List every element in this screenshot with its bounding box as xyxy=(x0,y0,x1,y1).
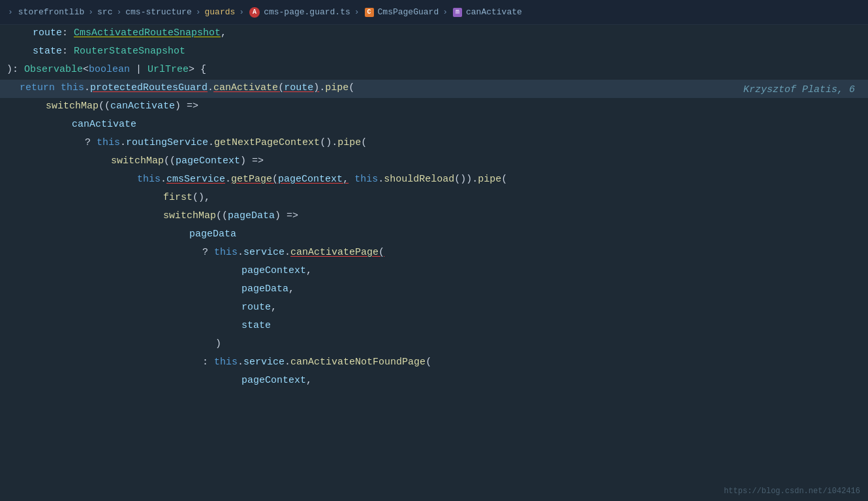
token-page-data-var: pageData xyxy=(189,229,236,240)
code-line-10: first(), xyxy=(0,189,868,208)
token-pipe-2: pipe xyxy=(337,137,361,148)
code-line-19: : this.service.canActivateNotFoundPage( xyxy=(0,354,868,372)
token-ternary-2: ? xyxy=(202,247,214,258)
token-this-4: this xyxy=(354,174,378,185)
token-service-2: service xyxy=(243,357,285,368)
code-line-16: route, xyxy=(0,299,868,317)
code-line-14: pageContext, xyxy=(0,263,868,281)
code-line-2: state: RouterStateSnapshot xyxy=(0,43,868,61)
token-route-1: route xyxy=(33,27,62,39)
token-router-state: RouterStateSnapshot xyxy=(74,46,185,57)
bc-sep-4: › xyxy=(239,7,244,17)
code-line-17: state xyxy=(0,317,868,336)
angular-icon: A xyxy=(249,7,260,18)
token-can-activate-method: canActivate xyxy=(213,82,278,93)
token-close-paren: ) xyxy=(215,338,221,349)
class-icon: C xyxy=(365,8,374,17)
code-line-1: route: CmsActivatedRouteSnapshot, xyxy=(0,25,868,43)
code-line-3: ): Observable<boolean | UrlTree> { xyxy=(0,61,868,80)
token-cms-activated: CmsActivatedRouteSnapshot xyxy=(74,27,221,39)
token-ternary-1: ? xyxy=(85,137,97,148)
bc-sep-3: › xyxy=(196,7,201,17)
token-first: first xyxy=(163,192,193,203)
code-line-8: switchMap((pageContext) => xyxy=(0,153,868,171)
bc-storefrontlib[interactable]: storefrontlib xyxy=(18,7,84,17)
token-pipe-3: pipe xyxy=(478,174,501,185)
code-line-4: return this.protectedRoutesGuard.canActi… xyxy=(0,80,868,98)
token-switchmap-2: switchMap xyxy=(111,155,164,167)
token-route-2: route xyxy=(284,82,313,93)
bc-guards[interactable]: guards xyxy=(205,7,236,17)
code-line-18: ) xyxy=(0,336,868,354)
token-state-arg: state xyxy=(241,320,271,331)
token-routing-service: routingService xyxy=(126,137,208,148)
token-can-activate-param: canActivate xyxy=(110,101,175,112)
bc-sep-6: › xyxy=(442,7,448,17)
token-can-activate-var: canActivate xyxy=(72,119,136,130)
token-service-1: service xyxy=(243,247,285,258)
token-pipe-1: pipe xyxy=(325,82,349,93)
token-this-2: this xyxy=(97,137,120,148)
token-cms-service: cmsService xyxy=(166,174,225,185)
code-line-5: switchMap((canActivate) => xyxy=(0,98,868,116)
breadcrumb-arrow: › xyxy=(8,7,13,17)
bc-src[interactable]: src xyxy=(97,7,112,17)
token-state-1: state xyxy=(33,46,62,57)
token-this-6: this xyxy=(214,357,238,368)
bc-method[interactable]: canActivate xyxy=(466,7,522,17)
token-should-reload: shouldReload xyxy=(384,174,454,185)
code-line-9: this.cmsService.getPage(pageContext, thi… xyxy=(0,171,868,189)
code-line-15: pageData, xyxy=(0,281,868,299)
token-protected-routes-guard: protectedRoutesGuard xyxy=(90,82,208,93)
code-line-12: pageData xyxy=(0,226,868,244)
token-can-activate-not-found: canActivateNotFoundPage xyxy=(290,357,426,368)
code-line-20: pageContext, xyxy=(0,372,868,391)
token-this-5: this xyxy=(214,247,238,258)
token-this-3: this xyxy=(137,174,161,185)
bc-sep-1: › xyxy=(88,7,93,17)
bc-file[interactable]: cms-page.guard.ts xyxy=(264,7,350,17)
token-route-arg: route xyxy=(241,302,271,313)
code-line-13: ? this.service.canActivatePage( xyxy=(0,244,868,263)
bc-sep-5: › xyxy=(354,7,360,17)
token-page-context-arg3: pageContext xyxy=(241,375,306,386)
token-switchmap-3: switchMap xyxy=(163,210,216,221)
token-can-activate-page: canActivatePage xyxy=(290,247,379,258)
method-icon: m xyxy=(453,8,462,17)
token-page-context-arg2: pageContext xyxy=(241,265,306,276)
token-switchmap-1: switchMap xyxy=(46,101,99,112)
token-get-next-page: getNextPageContext xyxy=(214,137,320,148)
token-this-1: this xyxy=(61,82,84,93)
token-colon: : xyxy=(202,357,214,368)
bc-class[interactable]: CmsPageGuard xyxy=(378,7,439,17)
token-return: return xyxy=(20,82,55,93)
token-observable: Observable xyxy=(24,64,83,75)
code-line-6: canActivate xyxy=(0,116,868,135)
bc-cms-structure[interactable]: cms-structure xyxy=(125,7,191,17)
token-paren: ): xyxy=(7,64,24,75)
token-page-context-param: pageContext xyxy=(176,155,240,167)
watermark: https://blog.csdn.net/i042416 xyxy=(724,487,860,496)
token-page-context-arg: pageContext xyxy=(278,174,343,185)
token-urltree: UrlTree xyxy=(147,64,189,75)
code-line-11: switchMap((pageData) => xyxy=(0,208,868,226)
token-page-data-arg: pageData xyxy=(241,283,288,295)
token-boolean: boolean xyxy=(89,64,130,75)
bc-sep-2: › xyxy=(116,7,121,17)
code-editor: route: CmsActivatedRouteSnapshot, state:… xyxy=(0,25,868,391)
token-page-data-param: pageData xyxy=(228,210,275,221)
code-line-7: ? this.routingService.getNextPageContext… xyxy=(0,135,868,153)
token-get-page: getPage xyxy=(231,174,272,185)
breadcrumb: › storefrontlib › src › cms-structure › … xyxy=(0,0,868,25)
inline-comment: Krzysztof Platis, 6 xyxy=(743,82,868,98)
